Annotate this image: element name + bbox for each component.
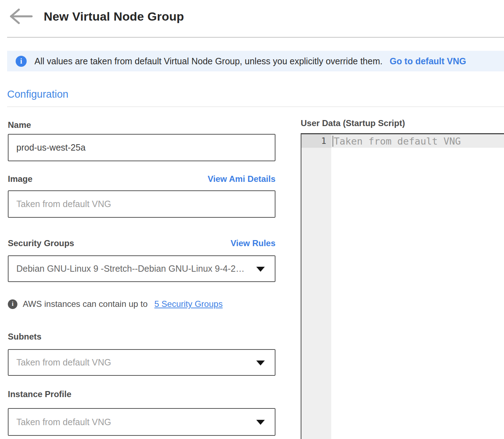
editor-line-number-gutter: 1 bbox=[301, 134, 331, 439]
configuration-section-title: Configuration bbox=[7, 88, 69, 100]
image-label-row: Image View Ami Details bbox=[8, 174, 275, 184]
image-input[interactable] bbox=[8, 190, 275, 218]
info-banner: i All values are taken from default Virt… bbox=[7, 51, 504, 71]
header-divider bbox=[7, 37, 504, 38]
chevron-down-icon bbox=[256, 420, 265, 425]
chevron-down-icon bbox=[256, 361, 265, 365]
user-data-editor[interactable]: 1 Taken from default VNG bbox=[301, 133, 504, 439]
info-icon: i bbox=[8, 299, 17, 309]
view-rules-link[interactable]: View Rules bbox=[231, 238, 275, 248]
line-number: 1 bbox=[301, 134, 331, 148]
security-groups-note: i AWS instances can contain up to 5 Secu… bbox=[8, 299, 275, 309]
editor-active-line: Taken from default VNG bbox=[331, 134, 504, 148]
new-virtual-node-group-page: New Virtual Node Group i All values are … bbox=[0, 0, 504, 439]
name-label: Name bbox=[8, 120, 275, 130]
user-data-label: User Data (Startup Script) bbox=[301, 118, 405, 128]
back-button[interactable] bbox=[9, 8, 34, 25]
text-cursor bbox=[332, 136, 333, 147]
security-groups-select[interactable]: Debian GNU-Linux 9 -Stretch--Debian GNU-… bbox=[8, 255, 275, 282]
banner-text: All values are taken from default Virtua… bbox=[34, 56, 382, 66]
editor-code-area[interactable]: Taken from default VNG bbox=[331, 134, 504, 439]
page-header: New Virtual Node Group bbox=[9, 8, 184, 25]
info-icon: i bbox=[16, 56, 27, 67]
subnets-placeholder: Taken from default VNG bbox=[16, 357, 133, 368]
note-text: AWS instances can contain up to bbox=[23, 299, 148, 309]
subnets-label: Subnets bbox=[8, 332, 275, 342]
section-divider bbox=[7, 107, 504, 107]
instance-profile-label: Instance Profile bbox=[8, 389, 275, 399]
name-input[interactable] bbox=[8, 134, 275, 161]
five-security-groups-link[interactable]: 5 Security Groups bbox=[154, 299, 222, 309]
instance-profile-placeholder: Taken from default VNG bbox=[16, 417, 133, 427]
image-label: Image bbox=[8, 174, 32, 184]
subnets-select[interactable]: Taken from default VNG bbox=[8, 349, 275, 376]
view-ami-details-link[interactable]: View Ami Details bbox=[208, 174, 275, 184]
instance-profile-select[interactable]: Taken from default VNG bbox=[8, 408, 275, 436]
back-arrow-icon bbox=[9, 8, 34, 25]
security-groups-label: Security Groups bbox=[8, 238, 74, 248]
page-title: New Virtual Node Group bbox=[44, 10, 184, 23]
go-to-default-vng-link[interactable]: Go to default VNG bbox=[390, 56, 466, 66]
security-groups-label-row: Security Groups View Rules bbox=[8, 238, 275, 248]
editor-placeholder-text: Taken from default VNG bbox=[334, 136, 461, 147]
security-groups-selected-value: Debian GNU-Linux 9 -Stretch--Debian GNU-… bbox=[16, 264, 266, 274]
configuration-form: Name Image View Ami Details Security Gro… bbox=[8, 120, 275, 436]
chevron-down-icon bbox=[256, 267, 265, 272]
